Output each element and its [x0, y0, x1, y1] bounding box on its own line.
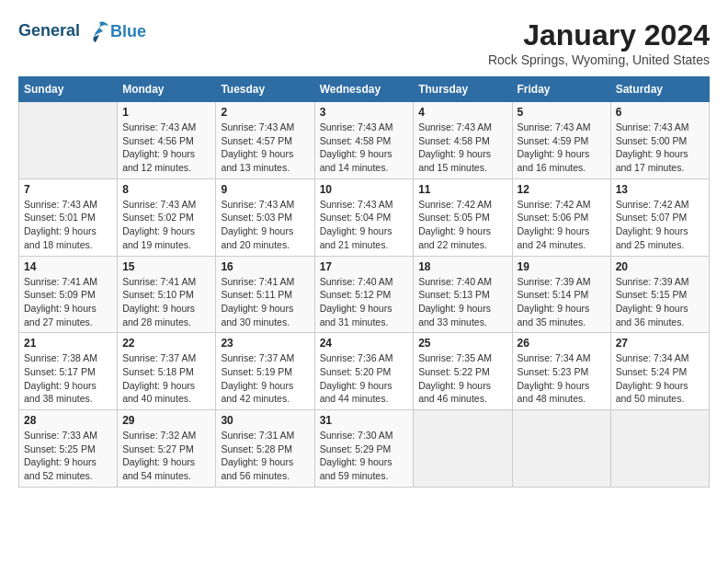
calendar-cell: 9Sunrise: 7:43 AM Sunset: 5:03 PM Daylig… [216, 178, 314, 256]
day-info: Sunrise: 7:32 AM Sunset: 5:27 PM Dayligh… [122, 429, 210, 483]
day-number: 24 [320, 337, 409, 350]
day-info: Sunrise: 7:35 AM Sunset: 5:22 PM Dayligh… [418, 351, 506, 406]
day-number: 11 [418, 183, 506, 196]
logo-text: General [18, 18, 112, 44]
day-number: 13 [616, 183, 704, 196]
day-number: 31 [320, 414, 409, 427]
title-block: January 2024 Rock Springs, Wyoming, Unit… [488, 18, 710, 67]
day-info: Sunrise: 7:43 AM Sunset: 5:00 PM Dayligh… [616, 121, 704, 175]
day-number: 21 [24, 337, 112, 350]
calendar-cell: 23Sunrise: 7:37 AM Sunset: 5:19 PM Dayli… [216, 333, 314, 410]
day-info: Sunrise: 7:39 AM Sunset: 5:14 PM Dayligh… [518, 275, 606, 329]
calendar-cell: 8Sunrise: 7:43 AM Sunset: 5:02 PM Daylig… [118, 178, 216, 256]
day-of-week-header: Thursday [414, 77, 512, 102]
day-info: Sunrise: 7:41 AM Sunset: 5:09 PM Dayligh… [24, 275, 112, 329]
day-number: 30 [221, 414, 309, 427]
calendar-cell: 25Sunrise: 7:35 AM Sunset: 5:22 PM Dayli… [414, 333, 512, 410]
day-number: 22 [122, 337, 210, 350]
logo-bird-icon [86, 18, 112, 44]
day-number: 19 [518, 260, 606, 273]
calendar-cell: 13Sunrise: 7:42 AM Sunset: 5:07 PM Dayli… [610, 178, 709, 256]
calendar-cell: 3Sunrise: 7:43 AM Sunset: 4:58 PM Daylig… [314, 102, 414, 179]
day-number: 20 [616, 260, 704, 273]
calendar-week-row: 1Sunrise: 7:43 AM Sunset: 4:56 PM Daylig… [19, 102, 710, 179]
day-info: Sunrise: 7:40 AM Sunset: 5:12 PM Dayligh… [320, 275, 409, 329]
calendar-cell: 31Sunrise: 7:30 AM Sunset: 5:29 PM Dayli… [314, 410, 414, 488]
day-number: 9 [221, 183, 309, 196]
logo: General Blue [18, 18, 146, 44]
calendar-cell: 28Sunrise: 7:33 AM Sunset: 5:25 PM Dayli… [19, 410, 118, 488]
day-info: Sunrise: 7:40 AM Sunset: 5:13 PM Dayligh… [418, 275, 506, 329]
day-number: 27 [616, 337, 704, 350]
day-of-week-header: Monday [118, 77, 216, 102]
calendar-cell [414, 410, 512, 488]
calendar-cell: 24Sunrise: 7:36 AM Sunset: 5:20 PM Dayli… [314, 333, 414, 410]
day-info: Sunrise: 7:43 AM Sunset: 4:58 PM Dayligh… [320, 121, 409, 175]
day-info: Sunrise: 7:33 AM Sunset: 5:25 PM Dayligh… [24, 429, 112, 483]
calendar-body: 1Sunrise: 7:43 AM Sunset: 4:56 PM Daylig… [19, 102, 710, 488]
calendar-cell: 18Sunrise: 7:40 AM Sunset: 5:13 PM Dayli… [414, 256, 512, 333]
calendar-cell: 5Sunrise: 7:43 AM Sunset: 4:59 PM Daylig… [512, 102, 610, 179]
calendar-cell: 15Sunrise: 7:41 AM Sunset: 5:10 PM Dayli… [118, 256, 216, 333]
calendar-cell: 19Sunrise: 7:39 AM Sunset: 5:14 PM Dayli… [512, 256, 610, 333]
calendar-cell: 10Sunrise: 7:43 AM Sunset: 5:04 PM Dayli… [314, 178, 414, 256]
calendar-cell: 27Sunrise: 7:34 AM Sunset: 5:24 PM Dayli… [610, 333, 709, 410]
day-number: 2 [221, 106, 309, 119]
calendar-week-row: 21Sunrise: 7:38 AM Sunset: 5:17 PM Dayli… [19, 333, 710, 410]
day-info: Sunrise: 7:43 AM Sunset: 5:03 PM Dayligh… [221, 198, 309, 252]
day-info: Sunrise: 7:36 AM Sunset: 5:20 PM Dayligh… [320, 351, 409, 406]
day-info: Sunrise: 7:41 AM Sunset: 5:10 PM Dayligh… [122, 275, 210, 329]
calendar-cell: 17Sunrise: 7:40 AM Sunset: 5:12 PM Dayli… [314, 256, 414, 333]
day-number: 10 [320, 183, 409, 196]
calendar-cell: 20Sunrise: 7:39 AM Sunset: 5:15 PM Dayli… [610, 256, 709, 333]
day-info: Sunrise: 7:43 AM Sunset: 4:57 PM Dayligh… [221, 121, 309, 175]
day-number: 1 [122, 106, 210, 119]
day-of-week-header: Saturday [610, 77, 709, 102]
day-of-week-header: Tuesday [216, 77, 314, 102]
day-number: 15 [122, 260, 210, 273]
calendar-table: SundayMondayTuesdayWednesdayThursdayFrid… [18, 76, 710, 488]
calendar-cell: 30Sunrise: 7:31 AM Sunset: 5:28 PM Dayli… [216, 410, 314, 488]
calendar-cell: 11Sunrise: 7:42 AM Sunset: 5:05 PM Dayli… [414, 178, 512, 256]
day-info: Sunrise: 7:43 AM Sunset: 5:01 PM Dayligh… [24, 198, 112, 252]
day-number: 23 [221, 337, 309, 350]
calendar-week-row: 7Sunrise: 7:43 AM Sunset: 5:01 PM Daylig… [19, 178, 710, 256]
calendar-week-row: 28Sunrise: 7:33 AM Sunset: 5:25 PM Dayli… [19, 410, 710, 488]
day-info: Sunrise: 7:38 AM Sunset: 5:17 PM Dayligh… [24, 351, 112, 406]
day-number: 26 [518, 337, 606, 350]
day-info: Sunrise: 7:34 AM Sunset: 5:23 PM Dayligh… [518, 351, 606, 406]
calendar-cell: 16Sunrise: 7:41 AM Sunset: 5:11 PM Dayli… [216, 256, 314, 333]
calendar-cell: 22Sunrise: 7:37 AM Sunset: 5:18 PM Dayli… [118, 333, 216, 410]
calendar-cell: 12Sunrise: 7:42 AM Sunset: 5:06 PM Dayli… [512, 178, 610, 256]
day-number: 3 [320, 106, 409, 119]
day-number: 6 [616, 106, 704, 119]
calendar-cell: 6Sunrise: 7:43 AM Sunset: 5:00 PM Daylig… [610, 102, 709, 179]
calendar-cell: 29Sunrise: 7:32 AM Sunset: 5:27 PM Dayli… [118, 410, 216, 488]
calendar-cell [512, 410, 610, 488]
day-number: 28 [24, 414, 112, 427]
day-number: 7 [24, 183, 112, 196]
calendar-week-row: 14Sunrise: 7:41 AM Sunset: 5:09 PM Dayli… [19, 256, 710, 333]
day-info: Sunrise: 7:41 AM Sunset: 5:11 PM Dayligh… [221, 275, 309, 329]
day-number: 8 [122, 183, 210, 196]
calendar-header-row: SundayMondayTuesdayWednesdayThursdayFrid… [19, 77, 710, 102]
month-year-title: January 2024 [488, 18, 710, 52]
day-info: Sunrise: 7:43 AM Sunset: 5:04 PM Dayligh… [320, 198, 409, 252]
calendar-cell: 1Sunrise: 7:43 AM Sunset: 4:56 PM Daylig… [118, 102, 216, 179]
page-header: General Blue January 2024 Rock Springs, … [18, 18, 710, 67]
day-info: Sunrise: 7:42 AM Sunset: 5:07 PM Dayligh… [616, 198, 704, 252]
day-info: Sunrise: 7:43 AM Sunset: 5:02 PM Dayligh… [122, 198, 210, 252]
day-info: Sunrise: 7:30 AM Sunset: 5:29 PM Dayligh… [320, 429, 409, 483]
day-info: Sunrise: 7:37 AM Sunset: 5:19 PM Dayligh… [221, 351, 309, 406]
day-info: Sunrise: 7:43 AM Sunset: 4:56 PM Dayligh… [122, 121, 210, 175]
day-info: Sunrise: 7:43 AM Sunset: 4:59 PM Dayligh… [518, 121, 606, 175]
calendar-cell: 26Sunrise: 7:34 AM Sunset: 5:23 PM Dayli… [512, 333, 610, 410]
calendar-cell: 4Sunrise: 7:43 AM Sunset: 4:58 PM Daylig… [414, 102, 512, 179]
day-number: 17 [320, 260, 409, 273]
day-of-week-header: Wednesday [314, 77, 414, 102]
day-number: 29 [122, 414, 210, 427]
day-info: Sunrise: 7:34 AM Sunset: 5:24 PM Dayligh… [616, 351, 704, 406]
day-info: Sunrise: 7:43 AM Sunset: 4:58 PM Dayligh… [418, 121, 506, 175]
day-info: Sunrise: 7:42 AM Sunset: 5:05 PM Dayligh… [418, 198, 506, 252]
calendar-cell: 7Sunrise: 7:43 AM Sunset: 5:01 PM Daylig… [19, 178, 118, 256]
